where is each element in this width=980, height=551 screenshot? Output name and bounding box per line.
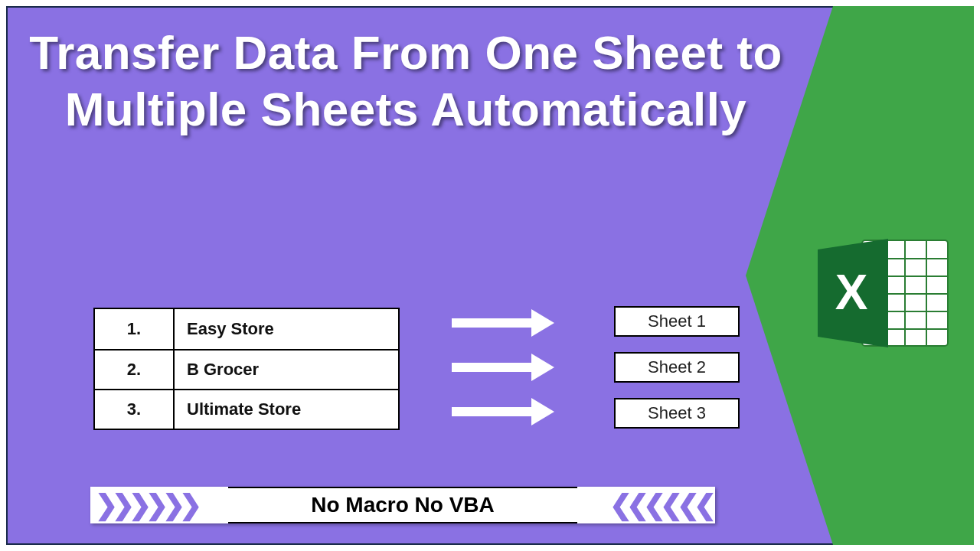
- arrow-icon: [452, 315, 559, 331]
- chevron-left-icon: ❮❮❮❮❮❮: [609, 489, 710, 521]
- row-name: Easy Store: [175, 309, 398, 349]
- banner-label: No Macro No VBA: [228, 487, 577, 523]
- accent-panel: X: [744, 6, 974, 545]
- arrow-icon: [452, 404, 559, 419]
- sheet-box: Sheet 1: [614, 306, 740, 337]
- table-row: 2. B Grocer: [95, 349, 398, 389]
- row-name: Ultimate Store: [175, 390, 398, 429]
- svg-text:X: X: [835, 265, 868, 320]
- row-name: B Grocer: [175, 350, 398, 389]
- table-row: 3. Ultimate Store: [95, 389, 398, 429]
- main-title: Transfer Data From One Sheet to Multiple…: [8, 24, 804, 139]
- row-number: 3.: [95, 390, 175, 429]
- store-table: 1. Easy Store 2. B Grocer 3. Ultimate St…: [93, 308, 400, 430]
- sheet-box: Sheet 3: [614, 398, 740, 429]
- excel-icon: X: [818, 236, 956, 350]
- row-number: 2.: [95, 350, 175, 389]
- arrow-icon: [452, 360, 559, 375]
- chevron-right-strip: ❮❮❮❮❮❮: [577, 487, 715, 523]
- chevron-left-strip: ❯❯❯❯❯❯: [90, 487, 228, 523]
- bottom-banner: ❯❯❯❯❯❯ No Macro No VBA ❮❮❮❮❮❮: [90, 487, 715, 523]
- row-number: 1.: [95, 309, 175, 349]
- sheet-box: Sheet 2: [614, 352, 740, 383]
- chevron-right-icon: ❯❯❯❯❯❯: [95, 489, 196, 521]
- table-row: 1. Easy Store: [95, 309, 398, 349]
